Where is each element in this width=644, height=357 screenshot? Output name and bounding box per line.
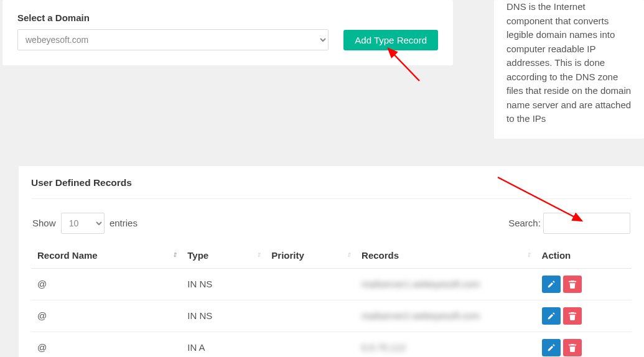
search-input[interactable]	[543, 213, 630, 234]
entries-select[interactable]: 10	[61, 213, 105, 234]
cell-record-value: mailserver1.webeyesoft.com	[355, 268, 536, 300]
select-domain-panel: Select a Domain webeyesoft.com Add Type …	[2, 0, 453, 65]
edit-button[interactable]	[542, 307, 561, 325]
sort-icon: ↓↑	[347, 250, 349, 259]
sort-icon: ↓↑	[527, 250, 530, 259]
dns-info-text: DNS is the Internet component that conve…	[506, 0, 632, 126]
cell-record-value: 0.0.75.112	[355, 332, 536, 357]
col-record-name[interactable]: Record Name ↓↑	[31, 243, 181, 269]
cell-record-value: mailserver2.webeyesoft.com	[355, 300, 536, 332]
dns-info-panel: DNS is the Internet component that conve…	[494, 0, 644, 139]
sort-icon: ↓↑	[172, 250, 175, 259]
user-defined-records-panel: User Defined Records Show 10 entries Sea…	[19, 166, 644, 358]
table-row: @IN A0.0.75.112	[31, 332, 632, 357]
cell-priority	[265, 300, 355, 332]
cell-type: IN A	[181, 332, 265, 357]
col-type[interactable]: Type ↓↑	[181, 243, 265, 269]
cell-record-name: @	[31, 300, 181, 332]
edit-button[interactable]	[542, 276, 561, 293]
cell-record-name: @	[31, 332, 181, 357]
cell-record-name: @	[31, 268, 181, 300]
entries-control: Show 10 entries	[32, 213, 138, 234]
edit-button[interactable]	[542, 339, 561, 356]
cell-action	[536, 332, 632, 357]
delete-button[interactable]	[563, 276, 582, 293]
cell-type: IN NS	[181, 300, 265, 332]
col-records[interactable]: Records ↓↑	[355, 243, 536, 269]
col-priority[interactable]: Priority ↓↑	[265, 243, 355, 269]
cell-priority	[265, 332, 355, 357]
table-row: @IN NSmailserver1.webeyesoft.com	[31, 268, 632, 300]
cell-action	[536, 300, 632, 332]
cell-type: IN NS	[181, 268, 265, 300]
cell-priority	[265, 268, 355, 300]
add-type-record-button[interactable]: Add Type Record	[343, 30, 438, 50]
domain-select[interactable]: webeyesoft.com	[17, 29, 329, 50]
col-action: Action	[536, 243, 632, 269]
cell-action	[536, 268, 632, 300]
select-domain-label: Select a Domain	[17, 12, 438, 23]
delete-button[interactable]	[563, 307, 582, 325]
search-control: Search:	[508, 213, 630, 234]
sort-icon: ↓↑	[256, 250, 259, 259]
delete-button[interactable]	[563, 339, 582, 356]
table-row: @IN NSmailserver2.webeyesoft.com	[31, 300, 632, 332]
records-title: User Defined Records	[31, 177, 632, 199]
records-table: Record Name ↓↑ Type ↓↑ Priority ↓↑ Recor…	[31, 243, 632, 358]
